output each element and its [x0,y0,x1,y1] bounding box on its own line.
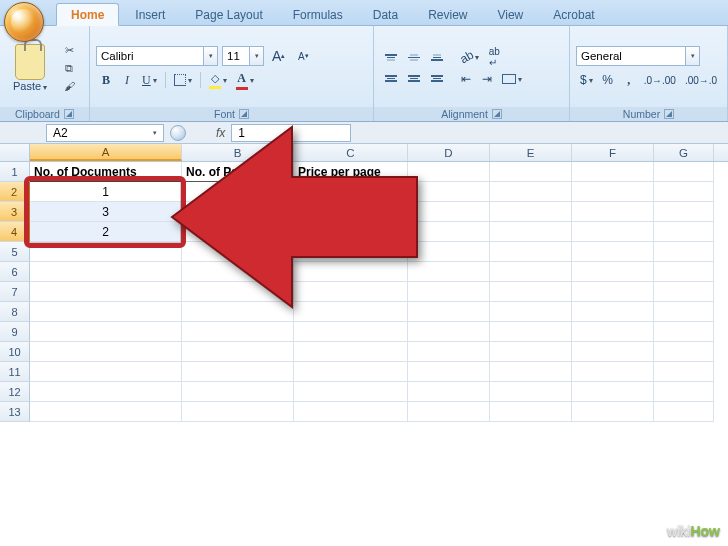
bold-button[interactable]: B [96,70,116,90]
cell-G9[interactable] [654,322,714,342]
cell-F5[interactable] [572,242,654,262]
tab-data[interactable]: Data [359,4,412,25]
col-header-E[interactable]: E [490,144,572,161]
cell-C11[interactable] [294,362,408,382]
cell-A1[interactable]: No. of Documents [30,162,182,182]
cell-G10[interactable] [654,342,714,362]
cell-D11[interactable] [408,362,490,382]
cell-G2[interactable] [654,182,714,202]
office-button[interactable] [4,2,48,46]
cell-B2[interactable] [182,182,294,202]
col-header-B[interactable]: B [182,144,294,161]
col-header-A[interactable]: A [30,144,182,161]
cell-C12[interactable] [294,382,408,402]
cell-E9[interactable] [490,322,572,342]
increase-indent-button[interactable]: ⇥ [477,69,497,89]
cell-D1[interactable] [408,162,490,182]
row-header-4[interactable]: 4 [0,222,30,242]
namebox-dropdown[interactable] [170,125,186,141]
cell-F10[interactable] [572,342,654,362]
align-center-button[interactable] [403,69,425,89]
cell-D13[interactable] [408,402,490,422]
cell-B1[interactable]: No. of Pages [182,162,294,182]
cell-D8[interactable] [408,302,490,322]
cell-A7[interactable] [30,282,182,302]
align-right-button[interactable] [426,69,448,89]
cell-C7[interactable] [294,282,408,302]
cell-A13[interactable] [30,402,182,422]
cell-C5[interactable] [294,242,408,262]
cell-F2[interactable] [572,182,654,202]
cell-E3[interactable] [490,202,572,222]
cell-G8[interactable] [654,302,714,322]
cell-A3[interactable]: 3 [30,202,182,222]
cell-G4[interactable] [654,222,714,242]
row-header-9[interactable]: 9 [0,322,30,342]
cell-A6[interactable] [30,262,182,282]
row-header-8[interactable]: 8 [0,302,30,322]
decrease-decimal-button[interactable]: .00→.0 [681,70,721,90]
cell-B4[interactable]: 7 [182,222,294,242]
cell-B7[interactable] [182,282,294,302]
cell-D9[interactable] [408,322,490,342]
tab-formulas[interactable]: Formulas [279,4,357,25]
borders-button[interactable]: ▾ [170,70,196,90]
fx-icon[interactable]: fx [216,126,225,140]
number-format-combo[interactable]: General▾ [576,46,721,66]
cell-C6[interactable] [294,262,408,282]
cell-D4[interactable] [408,222,490,242]
tab-home[interactable]: Home [56,3,119,26]
cell-B13[interactable] [182,402,294,422]
format-painter-button[interactable]: 🖌 [60,78,78,94]
cell-C8[interactable] [294,302,408,322]
cell-A4[interactable]: 2 [30,222,182,242]
col-header-C[interactable]: C [294,144,408,161]
align-middle-button[interactable] [403,48,425,68]
cell-D12[interactable] [408,382,490,402]
percent-format-button[interactable]: % [598,70,618,90]
cell-C2[interactable] [294,182,408,202]
cell-E13[interactable] [490,402,572,422]
cell-B11[interactable] [182,362,294,382]
cell-E1[interactable] [490,162,572,182]
underline-button[interactable]: U▾ [138,70,161,90]
font-name-combo[interactable]: Calibri▾ [96,46,218,66]
cell-E2[interactable] [490,182,572,202]
cell-E4[interactable] [490,222,572,242]
row-header-1[interactable]: 1 [0,162,30,182]
worksheet[interactable]: ABCDEFG 1No. of DocumentsNo. of PagesPri… [0,144,728,422]
cell-C3[interactable]: 2 [294,202,408,222]
cell-B8[interactable] [182,302,294,322]
cell-F6[interactable] [572,262,654,282]
cell-E7[interactable] [490,282,572,302]
cell-G13[interactable] [654,402,714,422]
cell-B5[interactable] [182,242,294,262]
row-header-6[interactable]: 6 [0,262,30,282]
cell-F11[interactable] [572,362,654,382]
cell-D2[interactable] [408,182,490,202]
cell-G3[interactable] [654,202,714,222]
font-expander[interactable] [239,109,249,119]
col-header-F[interactable]: F [572,144,654,161]
tab-acrobat[interactable]: Acrobat [539,4,608,25]
col-header-D[interactable]: D [408,144,490,161]
align-left-button[interactable] [380,69,402,89]
fill-color-button[interactable]: ◇▾ [205,70,231,90]
row-header-13[interactable]: 13 [0,402,30,422]
increase-decimal-button[interactable]: .0→.00 [640,70,680,90]
cell-C9[interactable] [294,322,408,342]
merge-center-button[interactable]: ▾ [498,69,526,89]
cell-B10[interactable] [182,342,294,362]
tab-view[interactable]: View [483,4,537,25]
cell-A2[interactable]: 1 [30,182,182,202]
cell-F4[interactable] [572,222,654,242]
clipboard-expander[interactable] [64,109,74,119]
cell-E10[interactable] [490,342,572,362]
tab-insert[interactable]: Insert [121,4,179,25]
cell-E6[interactable] [490,262,572,282]
cell-D5[interactable] [408,242,490,262]
select-all-corner[interactable] [0,144,30,161]
cell-C4[interactable]: 4 [294,222,408,242]
orientation-button[interactable]: ab▾ [456,47,483,67]
name-box[interactable]: A2▾ [46,124,164,142]
